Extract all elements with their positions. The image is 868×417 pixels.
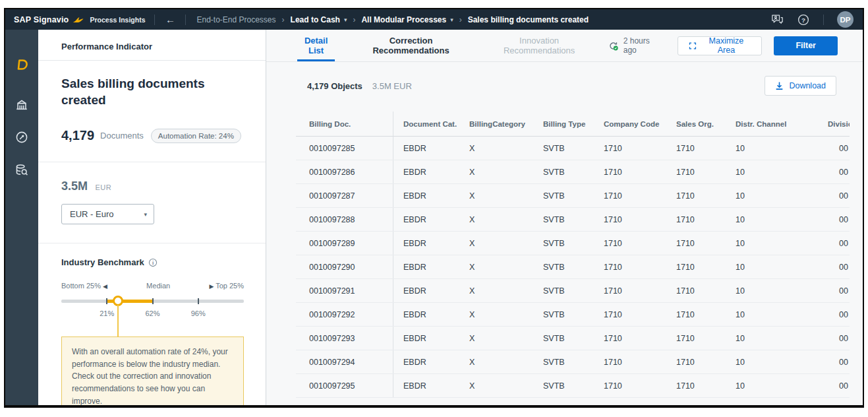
table-row[interactable]: 0010097287EBDRXSVTB171017101000: [296, 184, 850, 208]
table-cell: 00: [818, 191, 850, 201]
sidebar-item-process-insights[interactable]: [10, 53, 34, 76]
breadcrumb-item-processes[interactable]: End-to-End Processes: [196, 15, 275, 24]
column-header[interactable]: Sales Org.: [666, 120, 726, 128]
table-cell: 00: [818, 310, 850, 319]
table-cell: X: [459, 286, 533, 296]
documents-label: Documents: [100, 131, 144, 141]
database-search-icon: [14, 163, 29, 177]
user-avatar[interactable]: DP: [837, 11, 854, 28]
svg-text:?: ?: [801, 16, 805, 23]
table-row[interactable]: 0010097288EBDRXSVTB171017101000: [296, 208, 850, 232]
table-row[interactable]: 0010097291EBDRXSVTB171017101000: [296, 279, 850, 303]
svg-text:i: i: [152, 260, 154, 266]
column-header[interactable]: Distr. Channel: [726, 120, 818, 128]
column-header[interactable]: Billing Doc.: [296, 112, 393, 136]
table-cell: EBDR: [393, 286, 459, 296]
panel-header: Performance Indicator: [38, 30, 266, 61]
column-header[interactable]: BillingCategory: [459, 120, 533, 128]
table-cell: 1710: [666, 310, 726, 319]
table-cell: 0010097289: [296, 232, 393, 255]
help-button[interactable]: ?: [797, 13, 810, 26]
tab-bar: Detail List Correction Recommendations I…: [266, 30, 863, 62]
breadcrumb-item-current-page: Sales billing documents created: [468, 15, 589, 24]
table-cell: EBDR: [393, 334, 459, 343]
table-row[interactable]: 0010097292EBDRXSVTB171017101000: [296, 303, 850, 327]
left-arrow-icon: ◀: [103, 283, 107, 290]
table-row[interactable]: 0010097289EBDRXSVTB171017101000: [296, 232, 850, 255]
table-cell: 10: [726, 334, 818, 343]
filter-button[interactable]: Filter: [774, 36, 838, 55]
maximize-area-button[interactable]: Maximize Area: [678, 36, 763, 55]
table-cell: 10: [726, 310, 818, 319]
table-cell: 1710: [666, 144, 726, 153]
sap-signavio-logo: SAP Signavio: [14, 15, 69, 24]
tab-detail-list[interactable]: Detail List: [297, 30, 335, 61]
table-row[interactable]: 0010097295EBDRXSVTB171017101000: [296, 374, 850, 398]
table-cell: 00: [818, 334, 850, 343]
tab-correction-recommendations[interactable]: Correction Recommendations: [355, 30, 467, 61]
benchmark-tick-labels: 21% 62% 96%: [61, 306, 244, 337]
signavio-lynx-icon: [72, 15, 84, 24]
table-cell: EBDR: [393, 191, 459, 201]
breadcrumb: End-to-End Processes › Lead to Cash ▾ › …: [196, 15, 589, 24]
chevron-right-icon: ›: [459, 15, 462, 24]
chevron-right-icon: ›: [353, 15, 355, 24]
column-header[interactable]: Division: [818, 120, 850, 128]
table-cell: 1710: [666, 358, 726, 367]
info-icon[interactable]: i: [148, 258, 158, 267]
table-cell: 10: [726, 239, 818, 248]
table-cell: 10: [726, 144, 818, 153]
objects-summary: 4,179 Objects 3.5M EUR Download: [266, 62, 863, 96]
table-cell: 00: [818, 168, 850, 177]
product-name: Process Insights: [90, 16, 145, 24]
last-updated: 2 hours ago: [608, 36, 661, 55]
table-cell: 1710: [594, 310, 666, 319]
table-cell: 10: [726, 263, 818, 272]
table-cell: X: [459, 168, 533, 177]
column-header[interactable]: Document Cat.: [393, 120, 459, 128]
table-cell: 10: [726, 358, 818, 367]
table-row[interactable]: 0010097293EBDRXSVTB171017101000: [296, 327, 850, 350]
table-cell: 00: [818, 144, 850, 153]
process-insights-icon: [14, 57, 30, 73]
breadcrumb-item-lead-to-cash[interactable]: Lead to Cash ▾: [291, 15, 347, 24]
sidebar-item-explore[interactable]: [10, 126, 34, 148]
objects-count: 4,179 Objects: [307, 81, 362, 91]
app-window: SAP Signavio Process Insights ← End-to-E…: [4, 8, 864, 408]
column-header[interactable]: Company Code: [594, 120, 666, 128]
table-row[interactable]: 0010097290EBDRXSVTB171017101000: [296, 255, 850, 279]
column-header[interactable]: Billing Type: [533, 120, 594, 128]
table-cell: 1710: [666, 239, 726, 248]
table-cell: EBDR: [393, 263, 459, 272]
table-cell: 1710: [666, 381, 726, 391]
bottom-label: Bottom 25%: [61, 282, 101, 290]
detail-panel: Detail List Correction Recommendations I…: [266, 30, 863, 405]
table-cell: 10: [726, 191, 818, 201]
breadcrumb-item-modular-processes[interactable]: All Modular Processes ▾: [361, 15, 453, 24]
download-button[interactable]: Download: [765, 76, 836, 96]
value-unit: EUR: [95, 183, 111, 191]
table-cell: X: [459, 215, 533, 224]
back-button[interactable]: ←: [155, 9, 185, 30]
table-cell: EBDR: [393, 381, 459, 391]
feedback-button[interactable]: [770, 13, 784, 26]
table-cell: 0010097287: [296, 184, 393, 207]
table-cell: 00: [818, 215, 850, 224]
table-row[interactable]: 0010097294EBDRXSVTB171017101000: [296, 350, 850, 374]
table-cell: 00: [818, 239, 850, 248]
currency-dropdown[interactable]: EUR - Euro ▾: [61, 204, 154, 224]
tick-mark: [106, 298, 107, 304]
compass-icon: [14, 130, 29, 144]
tab-innovation-recommendations[interactable]: Innovation Recommendations: [487, 30, 591, 61]
table-cell: 10: [726, 215, 818, 224]
table-cell: SVTB: [533, 168, 594, 177]
table-cell: 1710: [666, 263, 726, 272]
sidebar-item-industry[interactable]: [10, 93, 34, 115]
tick-label: 62%: [145, 309, 159, 317]
tick-label: 21%: [100, 309, 114, 317]
table-row[interactable]: 0010097285EBDRXSVTB171017101000: [296, 137, 850, 160]
sidebar-item-data[interactable]: [10, 159, 34, 181]
table-cell: 0010097292: [296, 303, 393, 326]
table-row[interactable]: 0010097286EBDRXSVTB171017101000: [296, 160, 850, 184]
table-cell: 00: [818, 263, 850, 272]
